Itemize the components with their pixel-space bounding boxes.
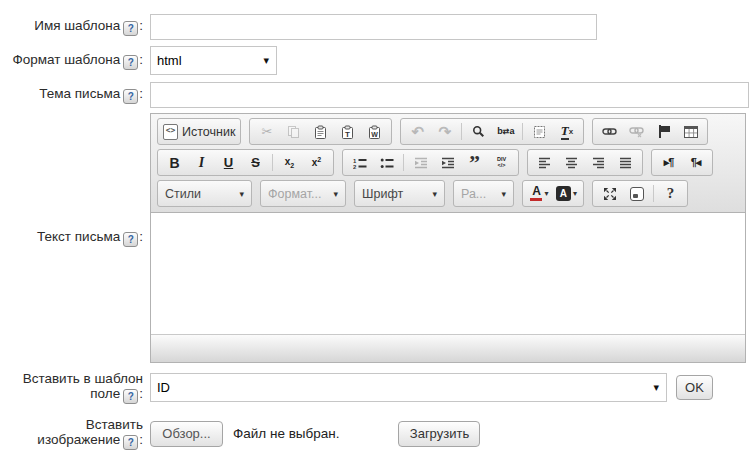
undo-icon: ↶ <box>412 124 425 139</box>
insert-field-label: Вставить в шаблон поле?: <box>0 371 150 404</box>
blockquote-icon: ” <box>469 157 480 169</box>
underline-icon: U <box>224 156 233 169</box>
table-button[interactable] <box>677 120 704 143</box>
anchor-icon <box>658 125 670 138</box>
insert-image-label: Вставить изображение?: <box>0 417 150 450</box>
file-status-text: Файл не выбран. <box>233 426 339 441</box>
text-color-button[interactable]: A▾ <box>526 182 553 205</box>
undo-button[interactable]: ↶ <box>404 120 431 143</box>
paste-text-button[interactable]: T <box>334 120 361 143</box>
blockquote-button[interactable]: ” <box>461 151 488 174</box>
text-color-icon: A▾ <box>530 186 548 201</box>
show-blocks-button[interactable] <box>623 182 650 205</box>
template-format-label: Формат шаблона?: <box>0 52 150 70</box>
italic-button[interactable]: I <box>188 151 215 174</box>
numbered-list-icon: 12 <box>353 157 367 169</box>
redo-icon: ↷ <box>439 124 452 139</box>
maximize-icon <box>603 187 617 201</box>
styles-combo[interactable]: Стили▾ <box>157 180 252 207</box>
align-left-button[interactable] <box>531 151 558 174</box>
outdent-button[interactable] <box>407 151 434 174</box>
strike-button[interactable]: S <box>242 151 269 174</box>
subscript-button[interactable]: x2 <box>276 151 303 174</box>
chevron-down-icon: ▾ <box>432 189 437 199</box>
editor-content-area[interactable] <box>151 213 745 334</box>
source-button[interactable]: <>Источник <box>161 120 237 143</box>
bg-color-button[interactable]: A▾ <box>553 182 580 205</box>
bidi-ltr-button[interactable]: ▸¶ <box>655 151 682 174</box>
insert-field-select[interactable]: ID <box>150 373 667 402</box>
chevron-down-icon: ▾ <box>239 189 244 199</box>
maximize-button[interactable] <box>596 182 623 205</box>
bold-button[interactable]: B <box>161 151 188 174</box>
bidi-rtl-button[interactable]: ¶◂ <box>682 151 709 174</box>
browse-button[interactable]: Обзор... <box>150 421 223 447</box>
unlink-button[interactable] <box>623 120 650 143</box>
help-icon[interactable]: ? <box>123 55 138 70</box>
editor-path-bar <box>151 334 745 362</box>
align-right-button[interactable] <box>585 151 612 174</box>
font-combo[interactable]: Шрифт▾ <box>354 180 445 207</box>
help-icon[interactable]: ? <box>123 89 138 104</box>
toolbar-group <box>592 118 708 145</box>
remove-format-icon: Tx <box>561 124 573 140</box>
copy-icon <box>287 125 300 139</box>
replace-button[interactable]: b⇄a <box>492 120 519 143</box>
anchor-button[interactable] <box>650 120 677 143</box>
paste-icon <box>314 125 327 139</box>
redo-button[interactable]: ↷ <box>431 120 458 143</box>
help-icon[interactable]: ? <box>123 232 138 247</box>
bulleted-list-button[interactable] <box>373 151 400 174</box>
numbered-list-button[interactable]: 12 <box>346 151 373 174</box>
toolbar-separator <box>461 123 462 140</box>
help-icon[interactable]: ? <box>123 435 138 450</box>
about-button[interactable]: ? <box>657 182 684 205</box>
copy-button[interactable] <box>280 120 307 143</box>
toolbar-separator <box>272 154 273 171</box>
source-icon: <> <box>163 124 178 140</box>
subject-input[interactable] <box>150 82 749 108</box>
toolbar-group: ↶↷b⇄aTx <box>400 118 584 145</box>
upload-button[interactable]: Загрузить <box>398 421 480 447</box>
underline-button[interactable]: U <box>215 151 242 174</box>
about-icon: ? <box>667 186 675 201</box>
subject-label: Тема письма?: <box>0 86 150 104</box>
align-center-button[interactable] <box>558 151 585 174</box>
div-container-button[interactable]: DIV</> <box>488 151 515 174</box>
help-icon[interactable]: ? <box>123 389 138 404</box>
svg-text:W: W <box>372 131 379 138</box>
superscript-button[interactable]: x2 <box>303 151 330 174</box>
chevron-down-icon: ▾ <box>501 189 506 199</box>
paste-button[interactable] <box>307 120 334 143</box>
find-button[interactable] <box>465 120 492 143</box>
paste-word-button[interactable]: W <box>361 120 388 143</box>
remove-format-button[interactable]: Tx <box>553 120 580 143</box>
align-left-icon <box>538 157 551 169</box>
size-combo[interactable]: Ра...▾ <box>453 180 514 207</box>
format-select[interactable]: html <box>150 46 277 75</box>
paste-text-icon: T <box>341 125 354 139</box>
toolbar-group: 12”DIV</> <box>342 149 519 176</box>
link-button[interactable] <box>596 120 623 143</box>
show-blocks-icon <box>630 187 644 201</box>
styles-combo-label: Стили <box>165 187 201 201</box>
cut-button[interactable]: ✂ <box>253 120 280 143</box>
template-name-input[interactable] <box>150 14 597 40</box>
toolbar-separator <box>653 185 654 202</box>
toolbar-separator <box>522 123 523 140</box>
indent-button[interactable] <box>434 151 461 174</box>
select-all-icon <box>533 125 546 139</box>
ok-button[interactable]: OK <box>676 375 713 400</box>
format-combo[interactable]: Формат...▾ <box>260 180 346 207</box>
outdent-icon <box>414 157 428 169</box>
paste-word-icon: W <box>368 125 381 139</box>
toolbar-group: ✂TW <box>249 118 392 145</box>
select-all-button[interactable] <box>526 120 553 143</box>
bulleted-list-icon <box>380 157 394 169</box>
help-icon[interactable]: ? <box>123 21 138 36</box>
align-justify-button[interactable] <box>612 151 639 174</box>
editor-toolbar: <>Источник✂TW↶↷b⇄aTxBIUSx2x212”DIV</>▸¶¶… <box>151 114 745 213</box>
unlink-icon <box>629 125 644 138</box>
bg-color-icon: A▾ <box>556 186 577 201</box>
strike-icon: S <box>251 156 260 169</box>
